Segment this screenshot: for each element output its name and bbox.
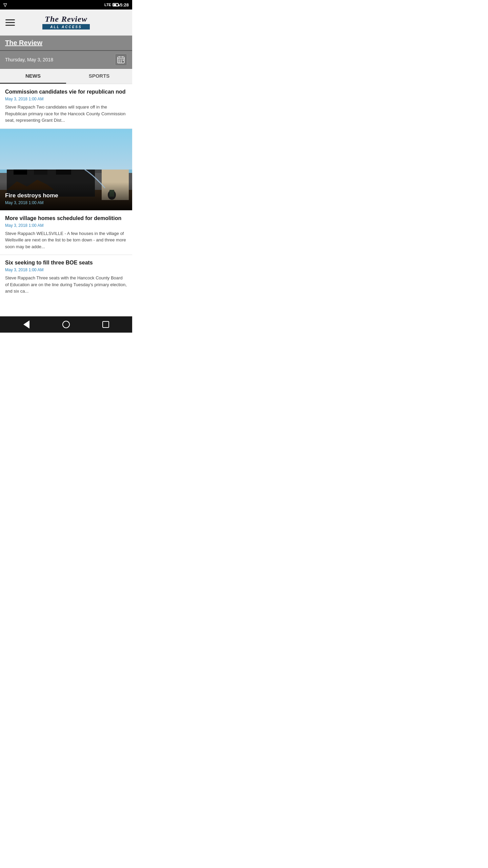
recents-icon <box>102 321 109 328</box>
article-excerpt: Steve Rappach WELLSVILLE - A few houses … <box>5 230 127 250</box>
hamburger-menu-button[interactable] <box>4 18 16 27</box>
lte-indicator: LTE <box>104 3 111 7</box>
tabs-bar: NEWS SPORTS <box>0 69 132 84</box>
date-display: Thursday, May 3, 2018 <box>5 57 53 62</box>
article-date: May 3, 2018 1:00 AM <box>5 268 127 272</box>
svg-text:ALL ACCESS: ALL ACCESS <box>50 25 82 29</box>
section-title: The Review <box>5 39 42 46</box>
calendar-icon <box>117 56 125 63</box>
home-icon <box>62 321 70 328</box>
article-date: May 3, 2018 1:00 AM <box>5 223 127 228</box>
app-header: The Review ALL ACCESS <box>0 9 132 36</box>
image-sky <box>0 129 132 170</box>
article-title: Commission candidates vie for republican… <box>5 89 127 95</box>
calendar-button[interactable] <box>115 54 127 66</box>
featured-article-date: May 3, 2018 1:00 AM <box>5 200 127 205</box>
back-button[interactable] <box>19 317 34 332</box>
article-excerpt: Steve Rappach Two candidates will square… <box>5 104 127 124</box>
article-title: Six seeking to fill three BOE seats <box>5 260 127 266</box>
logo-area: The Review ALL ACCESS <box>16 12 116 33</box>
network-indicator: ▽ <box>3 2 7 7</box>
bottom-nav-bar <box>0 316 132 333</box>
hamburger-line-2 <box>5 22 15 23</box>
article-excerpt: Steve Rappach Three seats with the Hanco… <box>5 275 127 295</box>
list-item[interactable]: Commission candidates vie for republican… <box>0 84 132 129</box>
battery-icon <box>113 3 119 6</box>
home-button[interactable] <box>59 317 74 332</box>
svg-text:The Review: The Review <box>45 15 87 23</box>
article-title: More village homes scheduled for demolit… <box>5 215 127 221</box>
articles-list: Commission candidates vie for republican… <box>0 84 132 299</box>
status-left: ▽ <box>3 2 7 7</box>
hamburger-line-1 <box>5 19 15 20</box>
tab-sports[interactable]: SPORTS <box>66 69 132 84</box>
svg-rect-7 <box>119 60 120 61</box>
list-item[interactable]: Six seeking to fill three BOE seats May … <box>0 255 132 299</box>
back-icon <box>23 320 29 329</box>
date-bar: Thursday, May 3, 2018 <box>0 51 132 69</box>
list-item[interactable]: More village homes scheduled for demolit… <box>0 211 132 255</box>
svg-rect-11 <box>121 61 122 62</box>
svg-rect-10 <box>119 61 120 62</box>
logo-title: The Review ALL ACCESS <box>39 12 93 33</box>
svg-rect-8 <box>121 60 122 61</box>
featured-caption: Fire destroys home May 3, 2018 1:00 AM <box>0 182 132 210</box>
status-bar: ▽ LTE 5:28 <box>0 0 132 9</box>
time-display: 5:28 <box>120 2 129 7</box>
logo-svg: The Review ALL ACCESS <box>39 12 93 31</box>
tab-news[interactable]: NEWS <box>0 69 66 84</box>
section-title-bar: The Review <box>0 36 132 51</box>
list-item[interactable]: Fire destroys home May 3, 2018 1:00 AM <box>0 129 132 211</box>
recents-button[interactable] <box>98 317 113 332</box>
status-right: LTE 5:28 <box>104 2 129 7</box>
app-logo: The Review ALL ACCESS <box>39 12 93 33</box>
svg-rect-9 <box>123 60 124 61</box>
article-date: May 3, 2018 1:00 AM <box>5 97 127 101</box>
hamburger-line-3 <box>5 25 15 26</box>
featured-article-title: Fire destroys home <box>5 192 127 199</box>
